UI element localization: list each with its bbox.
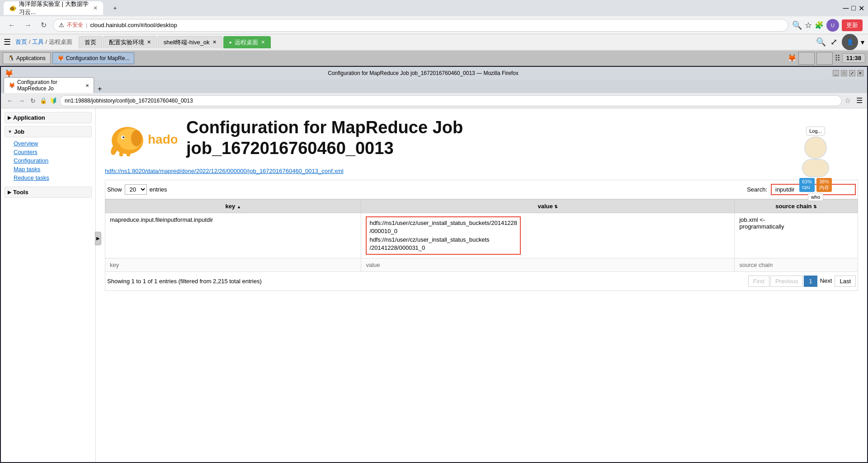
update-button[interactable]: 更新 [842,19,863,31]
nav-counters[interactable]: Counters [12,148,92,156]
tools-arrow: ▶ [8,190,11,195]
firefox-taskbar-icon: 🦊 [57,55,64,61]
extensions-icon[interactable]: 🧩 [815,21,824,29]
home-tab-label: 首页 [85,38,96,47]
hadoop-logo: hadoop [105,120,177,156]
nav-reduce-tasks[interactable]: Reduce tasks [12,173,92,182]
minimize-btn[interactable]: ─ [843,4,849,13]
taskbar-ff-label: Configuration for MapRe... [66,55,130,61]
show-entries: Show 20 entries [107,184,167,195]
col-key[interactable]: key [105,200,361,213]
cpu-badge: 63% cpu [799,178,815,192]
star-icon[interactable]: ☆ [805,20,812,30]
footer-value-cell: value [361,258,735,271]
ff-address-bar: ← → ↻ 🔒 🔰 ☆ ☰ [1,93,867,108]
outer-tab-config[interactable]: 配置实验环境 ✕ [103,36,157,48]
ff-tab-close[interactable]: ✕ [85,83,89,88]
ff-menu-icon[interactable]: ☰ [856,96,863,105]
tab-close-btn[interactable]: ✕ [93,5,98,11]
ff-minimize-btn[interactable]: _ [833,70,839,76]
ff-url-input[interactable] [60,95,842,106]
application-section-header[interactable]: ▶ Application [5,112,92,123]
ff-shield-icon: 🔰 [50,97,57,104]
first-page-btn[interactable]: First [748,276,769,287]
outer-expand-icon[interactable]: ⤢ [830,37,837,47]
ff-tab-active[interactable]: 🦊 Configuration for MapReduce Jo ✕ [4,77,94,93]
back-btn[interactable]: ← [5,19,18,31]
taskbar-icon-2[interactable] [816,52,833,65]
taskbar-grid-icon[interactable]: ⠿ [835,53,840,63]
user-avatar[interactable]: 👤 [842,34,858,50]
reload-btn[interactable]: ↻ [38,19,49,31]
menu-icon[interactable]: ☰ [4,37,11,47]
ff-forward-btn[interactable]: → [17,96,26,106]
logout-btn[interactable]: Log... [806,126,825,136]
value-cell: hdfs://ns1/user/cz/user_install_status_b… [361,213,735,258]
page-title-line2: job_1672016760460_0013 [186,138,463,159]
current-page-btn[interactable]: 1 [804,276,817,287]
job-sub-items: Overview Counters Configuration Map task… [5,137,92,184]
tools-section-header[interactable]: ▶ Tools [5,187,92,198]
application-label: Application [13,114,45,121]
config-table: key value source chain [105,199,858,272]
show-label: Show [107,186,122,193]
nav-collapse-btn[interactable]: ▶ [95,232,96,245]
job-section-header[interactable]: ▼ Job [5,126,92,137]
outer-search-icon[interactable]: 🔍 [816,37,826,47]
profile-avatar[interactable]: U [826,19,839,32]
desktop-taskbar: 🐧 Applications 🦊 Configuration for MapRe… [0,51,868,66]
ff-maximize-btn[interactable]: □ [841,70,847,76]
config-tab-close[interactable]: ✕ [147,39,151,45]
source-cell: job.xml <-programmatically [735,213,858,258]
show-select[interactable]: 20 [125,184,147,195]
hadoop-left-nav: ▶ ▶ Application ▼ Job Overview [1,108,96,462]
taskbar-browser-icon[interactable] [798,52,815,65]
taskbar-firefox-icon-right[interactable]: 🦊 [788,54,797,62]
page-title-line1: Configuration for MapReduce Job [186,117,463,138]
ff-reload-btn[interactable]: ↻ [29,96,37,106]
url-input[interactable] [90,22,783,28]
hadoop-page: ▶ ▶ Application ▼ Job Overview [1,108,867,462]
last-page-btn[interactable]: Last [835,276,856,287]
outer-tab-home[interactable]: 首页 [79,36,102,48]
nav-configuration[interactable]: Configuration [12,156,92,165]
forward-btn[interactable]: → [22,19,34,31]
close-btn[interactable]: ✕ [859,4,864,13]
browser-tab-active[interactable]: 🐠 海洋部落实验室 | 大数据学习云... ✕ [4,1,103,15]
breadcrumb-home[interactable]: 首页 [15,38,27,45]
breadcrumb: 首页 / 工具 / 远程桌面 [15,38,72,46]
col-source[interactable]: source chain [735,200,858,213]
previous-page-btn[interactable]: Previous [770,276,803,287]
breadcrumb-tools[interactable]: 工具 [32,38,44,45]
outer-tab-remote[interactable]: ● 远程桌面 ✕ [223,36,271,48]
new-tab-btn[interactable]: ＋ [107,1,123,15]
firefox-window: 🦊 Configuration for MapReduce Job job_16… [1,67,867,462]
outer-tab-shell[interactable]: shell终端-hive_ok ✕ [158,36,222,48]
ff-window-buttons: _ □ ⤢ ✕ [833,70,863,76]
taskbar-applications-btn[interactable]: 🐧 Applications [3,52,51,64]
maximize-btn[interactable]: □ [851,4,856,12]
application-arrow: ▶ [8,115,11,120]
ff-close-btn[interactable]: ✕ [857,70,863,76]
search-icon[interactable]: 🔍 [792,20,802,30]
ff-new-tab-btn[interactable]: + [95,85,104,93]
shell-tab-label: shell终端-hive_ok [164,38,210,47]
ff-back-btn[interactable]: ← [5,96,14,106]
nav-map-tasks[interactable]: Map tasks [12,165,92,173]
nav-overview[interactable]: Overview [12,139,92,148]
shell-tab-close[interactable]: ✕ [212,39,217,45]
remote-tab-close[interactable]: ✕ [261,39,265,45]
mascot-body [802,159,829,177]
who-btn[interactable]: who [808,193,823,201]
taskbar-firefox-btn[interactable]: 🦊 Configuration for MapRe... [52,52,135,64]
conf-path-link[interactable]: hdfs://ns1:8020/data/mapred/done/2022/12… [105,168,858,174]
mascot-overlay: Log... 63% cpu 38% 内存 who [799,126,832,201]
ff-fullscreen-btn[interactable]: ⤢ [849,70,855,76]
avatar-dropdown-icon[interactable]: ▾ [861,38,864,47]
svg-rect-5 [119,151,123,156]
application-section: ▶ Application [5,112,92,123]
ff-bookmark-icon[interactable]: ☆ [844,96,851,105]
search-label: Search: [747,186,767,193]
col-value[interactable]: value [361,200,735,213]
outer-app-tabs: ☰ 首页 / 工具 / 远程桌面 首页 配置实验环境 ✕ shell终端-hiv… [0,34,868,51]
